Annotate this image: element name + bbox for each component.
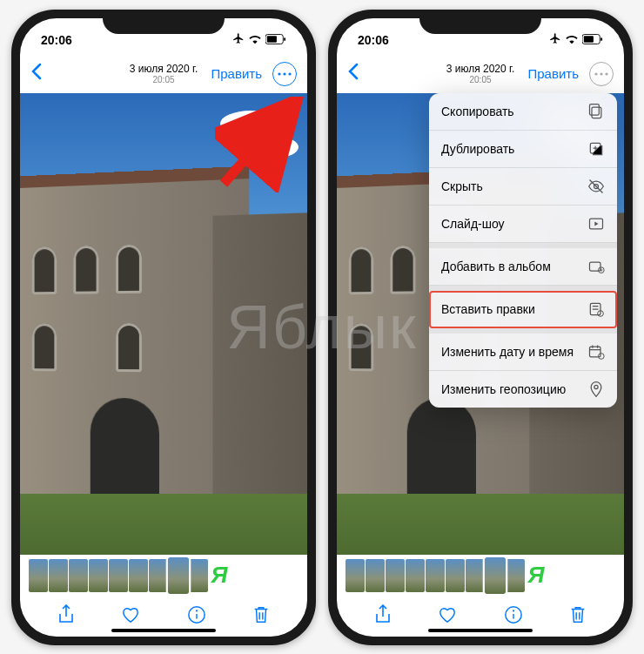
thumbnail[interactable] <box>149 559 168 592</box>
calendar-icon <box>587 343 605 361</box>
svg-point-7 <box>196 610 198 611</box>
menu-change-location[interactable]: Изменить геопозицию <box>429 371 617 408</box>
thumbnail[interactable] <box>366 559 385 592</box>
thumbnail-selected[interactable] <box>485 557 506 594</box>
info-icon[interactable] <box>504 605 523 628</box>
share-icon[interactable] <box>374 604 392 629</box>
thumbnail-watermark: Я <box>526 559 547 592</box>
hide-icon <box>587 178 605 195</box>
actions-menu: Скопировать Дублировать Скрыть Слайд-шоу… <box>429 93 617 408</box>
wifi-icon <box>248 33 262 47</box>
thumbnail-strip[interactable]: Я <box>337 555 624 597</box>
back-button[interactable] <box>30 63 43 84</box>
photo-main[interactable] <box>20 93 307 555</box>
share-icon[interactable] <box>57 604 75 629</box>
nav-bar: 3 июля 2020 г. 20:05 Править <box>337 55 624 93</box>
edit-button[interactable]: Править <box>211 66 263 81</box>
svg-rect-18 <box>592 107 601 118</box>
slideshow-icon <box>587 215 605 233</box>
phone-right: 20:06 3 июля 2020 г. 20:05 Править <box>328 10 633 645</box>
status-time: 20:06 <box>358 33 389 47</box>
menu-paste-edits[interactable]: Вставить правки <box>429 291 617 328</box>
thumbnail[interactable] <box>345 559 365 592</box>
thumbnail[interactable] <box>129 559 148 592</box>
svg-point-15 <box>605 72 607 75</box>
favorite-icon[interactable] <box>121 606 140 627</box>
svg-point-28 <box>599 353 605 359</box>
svg-rect-1 <box>267 36 277 42</box>
thumbnail-selected[interactable] <box>168 557 189 594</box>
nav-subtime: 20:05 <box>446 75 515 84</box>
nav-date: 3 июля 2020 г. <box>446 63 515 75</box>
delete-icon[interactable] <box>569 605 587 628</box>
thumbnail[interactable] <box>446 559 465 592</box>
info-icon[interactable] <box>187 605 206 628</box>
thumbnail[interactable] <box>386 559 405 592</box>
svg-rect-2 <box>284 37 285 41</box>
thumbnail-strip[interactable]: Я <box>20 555 307 597</box>
home-indicator[interactable] <box>428 629 533 632</box>
notch <box>103 10 225 34</box>
menu-label: Изменить геопозицию <box>441 382 566 396</box>
thumbnail[interactable] <box>189 559 208 592</box>
svg-point-5 <box>288 72 291 75</box>
home-indicator[interactable] <box>111 629 216 632</box>
album-icon <box>587 258 605 275</box>
menu-duplicate[interactable]: Дублировать <box>429 131 617 168</box>
location-icon <box>587 381 605 398</box>
menu-label: Слайд-шоу <box>441 217 505 231</box>
airplane-icon <box>549 32 561 47</box>
menu-label: Скрыть <box>441 179 483 193</box>
delete-icon[interactable] <box>252 605 270 628</box>
menu-add-album[interactable]: Добавить в альбом <box>429 248 617 286</box>
svg-rect-11 <box>584 36 594 42</box>
menu-hide[interactable]: Скрыть <box>429 168 617 206</box>
edit-button[interactable]: Править <box>528 66 580 81</box>
paste-edits-icon <box>587 300 605 318</box>
battery-icon <box>265 33 286 47</box>
wifi-icon <box>565 33 579 47</box>
back-button[interactable] <box>347 63 359 84</box>
menu-label: Изменить дату и время <box>441 345 574 359</box>
more-button[interactable] <box>272 62 297 86</box>
thumbnail[interactable] <box>406 559 425 592</box>
favorite-icon[interactable] <box>438 606 457 627</box>
menu-label: Вставить правки <box>441 302 535 316</box>
thumbnail[interactable] <box>506 559 525 592</box>
svg-point-17 <box>513 610 514 611</box>
svg-point-4 <box>283 72 285 75</box>
menu-slideshow[interactable]: Слайд-шоу <box>429 206 617 243</box>
thumbnail[interactable] <box>49 559 68 592</box>
menu-label: Скопировать <box>441 105 514 118</box>
thumbnail[interactable] <box>109 559 128 592</box>
thumbnail[interactable] <box>89 559 108 592</box>
menu-label: Дублировать <box>441 142 514 156</box>
menu-change-datetime[interactable]: Изменить дату и время <box>429 334 617 371</box>
battery-icon <box>582 33 603 47</box>
copy-icon <box>587 103 605 120</box>
nav-subtime: 20:05 <box>130 75 198 84</box>
airplane-icon <box>232 32 245 47</box>
more-button-active[interactable] <box>589 62 614 86</box>
thumbnail[interactable] <box>466 559 485 592</box>
menu-copy[interactable]: Скопировать <box>429 93 617 131</box>
notch <box>419 10 541 34</box>
thumbnail[interactable] <box>426 559 445 592</box>
svg-point-3 <box>278 72 280 75</box>
svg-rect-12 <box>600 37 602 41</box>
nav-date: 3 июля 2020 г. <box>130 63 198 75</box>
phone-left: 20:06 3 июля 2020 г. 20:05 Править <box>11 10 316 645</box>
menu-label: Добавить в альбом <box>441 260 551 273</box>
svg-rect-23 <box>590 262 601 271</box>
nav-bar: 3 июля 2020 г. 20:05 Править <box>20 55 307 93</box>
thumbnail-watermark: Я <box>209 559 230 592</box>
thumbnail[interactable] <box>69 559 88 592</box>
photo-building <box>20 165 249 508</box>
duplicate-icon <box>587 140 605 158</box>
svg-point-13 <box>594 72 597 75</box>
svg-point-14 <box>600 72 602 75</box>
thumbnail[interactable] <box>29 559 48 592</box>
svg-point-29 <box>594 385 598 388</box>
svg-rect-19 <box>590 104 600 115</box>
menu-separator <box>429 286 617 291</box>
